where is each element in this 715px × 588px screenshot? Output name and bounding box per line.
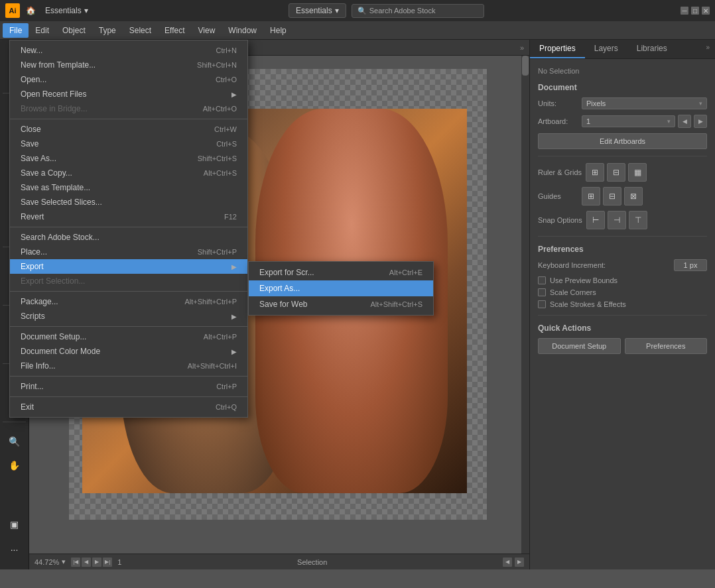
guide-lock-icon[interactable]: ⊟ — [603, 187, 621, 206]
menu-save[interactable]: Save Ctrl+S — [10, 137, 247, 151]
zoom-forward[interactable]: ▶ — [92, 558, 101, 567]
stock-search-bar[interactable]: 🔍 Search Adobe Stock — [352, 4, 484, 18]
title-bar: Ai 🏠 Essentials ▾ Essentials ▾ 🔍 Search … — [0, 0, 715, 21]
menu-help[interactable]: Help — [263, 23, 293, 38]
menu-file[interactable]: File — [3, 23, 29, 38]
panel-toggle-btn[interactable]: ··· — [4, 539, 25, 560]
zoom-increase[interactable]: ▶| — [103, 558, 112, 567]
menu-edit[interactable]: Edit — [29, 23, 56, 38]
snap-icon-1[interactable]: ⊢ — [586, 211, 605, 229]
export-for-screens[interactable]: Export for Scr... Alt+Ctrl+E — [249, 265, 433, 280]
scrollbar-thumb[interactable] — [522, 56, 529, 76]
menu-new-template[interactable]: New from Template... Shift+Ctrl+N — [10, 58, 247, 72]
hand-tool[interactable]: ✋ — [4, 455, 25, 476]
tab-libraries[interactable]: Libraries — [627, 40, 677, 58]
bottom-bar: 44.72% ▾ |◀ ◀ ▶ ▶| 1 Selection ◀ ▶ — [29, 554, 529, 569]
zoom-dropdown[interactable]: ▾ — [62, 558, 66, 566]
menu-search-stock[interactable]: Search Adobe Stock... — [10, 230, 247, 245]
guide-clear-icon[interactable]: ⊠ — [624, 187, 643, 206]
edit-artboards-btn[interactable]: Edit Artboards — [538, 133, 707, 149]
menu-save-copy[interactable]: Save a Copy... Alt+Ctrl+S — [10, 166, 247, 180]
ruler-icons: ⊞ ⊟ ▦ — [586, 163, 647, 182]
zoom-control[interactable]: 44.72% ▾ — [34, 558, 66, 566]
pattern-icon[interactable]: ▦ — [628, 163, 647, 182]
tab-layers[interactable]: Layers — [585, 40, 627, 58]
tab-expand-icon[interactable]: » — [515, 44, 529, 52]
units-select[interactable]: Pixels ▾ — [582, 97, 707, 109]
scale-strokes-checkbox[interactable] — [538, 300, 546, 308]
menu-browse-bridge-shortcut: Alt+Ctrl+O — [203, 105, 237, 113]
menu-close-label: Close — [21, 125, 214, 134]
menu-document-color-arrow: ▶ — [231, 348, 237, 355]
home-icon[interactable]: 🏠 — [24, 4, 37, 17]
menu-save-slices[interactable]: Save Selected Slices... — [10, 195, 247, 209]
export-screens-shortcut: Alt+Ctrl+E — [389, 268, 422, 276]
menu-new-template-shortcut: Shift+Ctrl+N — [197, 61, 237, 69]
menu-print[interactable]: Print... Ctrl+P — [10, 379, 247, 394]
zoom-decrease[interactable]: |◀ — [71, 558, 80, 567]
menu-view[interactable]: View — [192, 23, 222, 38]
preferences-btn[interactable]: Preferences — [625, 338, 708, 354]
menu-scripts[interactable]: Scripts ▶ — [10, 309, 247, 323]
scale-corners-checkbox[interactable] — [538, 288, 546, 296]
menu-revert[interactable]: Revert F12 — [10, 209, 247, 224]
use-preview-bounds-checkbox[interactable] — [538, 276, 546, 284]
quick-actions-label: Quick Actions — [538, 323, 707, 333]
no-selection-label: No Selection — [538, 67, 707, 75]
artboard-nav: 1 — [117, 558, 121, 566]
snap-icon-2[interactable]: ⊣ — [608, 211, 626, 229]
close-button[interactable]: ✕ — [702, 7, 710, 15]
menu-save-template-label: Save as Template... — [21, 183, 237, 192]
menu-open-recent-arrow: ▶ — [231, 91, 237, 98]
menu-type[interactable]: Type — [92, 23, 123, 38]
menu-package[interactable]: Package... Alt+Shift+Ctrl+P — [10, 294, 247, 309]
menu-close[interactable]: Close Ctrl+W — [10, 122, 247, 137]
zoom-back[interactable]: ◀ — [82, 558, 91, 567]
menu-export-arrow: ▶ — [231, 263, 237, 270]
grid-icon[interactable]: ⊟ — [607, 163, 625, 182]
menu-window[interactable]: Window — [222, 23, 263, 38]
vertical-scrollbar[interactable] — [521, 56, 529, 554]
menu-file-info[interactable]: File Info... Alt+Shift+Ctrl+I — [10, 359, 247, 373]
essentials-button[interactable]: Essentials ▾ — [289, 3, 346, 18]
guides-row: Guides ⊞ ⊟ ⊠ — [538, 187, 707, 206]
snap-icon-3[interactable]: ⊤ — [629, 211, 647, 229]
menu-new[interactable]: New... Ctrl+N — [10, 43, 247, 58]
menu-document-color[interactable]: Document Color Mode ▶ — [10, 344, 247, 359]
menu-effect[interactable]: Effect — [158, 23, 191, 38]
artboard-select[interactable]: 1 ▾ — [582, 115, 675, 127]
document-setup-btn[interactable]: Document Setup — [538, 338, 621, 354]
panel-expand-icon[interactable]: » — [700, 40, 715, 58]
zoom-tool[interactable]: 🔍 — [4, 431, 25, 452]
menu-document-setup[interactable]: Document Setup... Alt+Ctrl+P — [10, 329, 247, 344]
workspace-switcher[interactable]: Essentials ▾ — [41, 5, 92, 17]
scroll-right[interactable]: ▶ — [515, 558, 524, 567]
menu-search-stock-label: Search Adobe Stock... — [21, 233, 237, 242]
artboard-prev-btn[interactable]: ◀ — [678, 115, 691, 128]
menu-sep-2 — [10, 227, 247, 227]
menu-select[interactable]: Select — [123, 23, 158, 38]
menu-save-as[interactable]: Save As... Shift+Ctrl+S — [10, 151, 247, 166]
export-as[interactable]: Export As... — [249, 280, 433, 296]
guide-show-icon[interactable]: ⊞ — [582, 187, 600, 206]
artboard-next-btn[interactable]: ▶ — [694, 115, 707, 128]
workspace-label: Essentials — [45, 6, 82, 15]
menu-export[interactable]: Export ▶ — [10, 259, 247, 274]
file-menu-dropdown: New... Ctrl+N New from Template... Shift… — [9, 40, 248, 418]
screen-mode-btn[interactable]: ▣ — [4, 514, 25, 535]
scroll-left[interactable]: ◀ — [503, 558, 512, 567]
minimize-button[interactable]: ─ — [681, 7, 688, 15]
save-for-web[interactable]: Save for Web Alt+Shift+Ctrl+S — [249, 296, 433, 312]
menu-save-template[interactable]: Save as Template... — [10, 180, 247, 195]
keyboard-increment-input[interactable]: 1 px — [674, 259, 707, 271]
menu-object[interactable]: Object — [56, 23, 92, 38]
tab-properties[interactable]: Properties — [530, 40, 585, 58]
menu-exit[interactable]: Exit Ctrl+Q — [10, 400, 247, 414]
ruler-icon[interactable]: ⊞ — [586, 163, 604, 182]
artboard-number: 1 — [117, 558, 121, 566]
maximize-button[interactable]: □ — [691, 7, 699, 15]
menu-open[interactable]: Open... Ctrl+O — [10, 72, 247, 87]
menu-place[interactable]: Place... Shift+Ctrl+P — [10, 245, 247, 259]
menu-sep-4 — [10, 326, 247, 327]
menu-open-recent[interactable]: Open Recent Files ▶ — [10, 87, 247, 101]
